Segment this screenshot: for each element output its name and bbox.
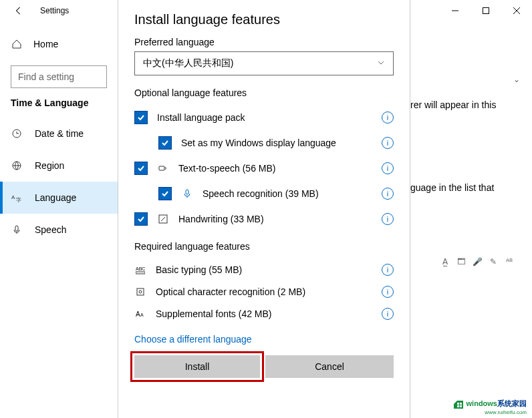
microphone-icon bbox=[181, 189, 193, 198]
info-icon[interactable]: i bbox=[382, 188, 394, 200]
nav-home-label: Home bbox=[33, 39, 58, 49]
svg-rect-18 bbox=[457, 405, 459, 407]
bg-icon: A̲ bbox=[440, 256, 450, 267]
required-basic-typing: ABC Basic typing (55 MB) i bbox=[134, 258, 394, 280]
maximize-button[interactable] bbox=[471, 0, 501, 21]
bg-text-2: guage in the list that bbox=[410, 182, 524, 193]
feature-install-pack: Install language pack i bbox=[134, 105, 394, 130]
checkbox-handwriting[interactable] bbox=[134, 212, 148, 226]
svg-rect-16 bbox=[457, 403, 459, 405]
nav-label: Language bbox=[35, 192, 76, 203]
optional-features-header: Optional language features bbox=[134, 87, 394, 98]
feature-label: Speech recognition (39 MB) bbox=[203, 188, 372, 199]
home-icon bbox=[11, 39, 23, 49]
svg-rect-8 bbox=[186, 190, 188, 194]
svg-rect-12 bbox=[137, 288, 144, 295]
feature-label: Install language pack bbox=[157, 112, 372, 123]
checkbox-tts[interactable] bbox=[134, 162, 148, 175]
language-icon: A字 bbox=[11, 192, 23, 203]
window-controls bbox=[440, 0, 532, 21]
info-icon[interactable]: i bbox=[382, 137, 394, 149]
bg-feature-icons: A̲ 🗔 🎤 ✎ ᴬᴮ bbox=[440, 256, 515, 267]
checkbox-speech-rec[interactable] bbox=[158, 187, 172, 200]
info-icon[interactable]: i bbox=[382, 264, 394, 276]
svg-rect-19 bbox=[460, 405, 462, 407]
svg-rect-6 bbox=[15, 226, 18, 231]
nav-label: Date & time bbox=[35, 128, 84, 139]
choose-different-language-link[interactable]: Choose a different language bbox=[134, 334, 252, 345]
nav-date-time[interactable]: Date & time bbox=[0, 118, 118, 150]
svg-text:字: 字 bbox=[16, 197, 21, 203]
svg-text:A: A bbox=[140, 312, 144, 317]
svg-rect-17 bbox=[460, 403, 462, 405]
handwriting-icon bbox=[157, 214, 169, 224]
clock-icon bbox=[11, 128, 23, 139]
bg-icon: ᴬᴮ bbox=[504, 256, 515, 267]
install-highlight: Install bbox=[130, 351, 264, 382]
feature-handwriting: Handwriting (33 MB) i bbox=[134, 206, 394, 232]
bg-chevron-icon: ⌄ bbox=[513, 75, 520, 84]
nav-label: Speech bbox=[35, 224, 66, 235]
preferred-language-label: Preferred language bbox=[134, 37, 394, 47]
info-icon[interactable]: i bbox=[382, 308, 394, 320]
feature-label: Text-to-speech (56 MB) bbox=[178, 163, 372, 174]
svg-rect-1 bbox=[483, 8, 489, 14]
feature-display-language: Set as my Windows display language i bbox=[134, 130, 394, 156]
sidebar-section-title: Time & Language bbox=[0, 97, 118, 108]
feature-label: Optical character recognition (2 MB) bbox=[156, 286, 372, 297]
chevron-down-icon bbox=[377, 58, 385, 69]
svg-text:A: A bbox=[11, 194, 15, 200]
feature-label: Basic typing (55 MB) bbox=[156, 264, 372, 275]
required-fonts: AA Supplemental fonts (42 MB) i bbox=[134, 302, 394, 325]
checkbox-display-language[interactable] bbox=[158, 136, 172, 150]
watermark-text-1: windows bbox=[467, 399, 497, 407]
nav-home[interactable]: Home bbox=[0, 31, 118, 57]
sidebar: Home Find a setting Time & Language Date… bbox=[0, 21, 118, 418]
selected-language: 中文(中华人民共和国) bbox=[143, 57, 233, 69]
close-button[interactable] bbox=[501, 0, 532, 21]
info-icon[interactable]: i bbox=[382, 213, 394, 225]
svg-rect-11 bbox=[136, 272, 145, 274]
bg-icon: ✎ bbox=[488, 256, 499, 267]
search-placeholder: Find a setting bbox=[18, 71, 74, 82]
preferred-language-select[interactable]: 中文(中华人民共和国) bbox=[134, 51, 394, 75]
svg-text:A: A bbox=[136, 310, 140, 318]
tts-icon bbox=[157, 164, 169, 173]
feature-label: Supplemental fonts (42 MB) bbox=[156, 308, 372, 319]
dialog-buttons: Install Cancel bbox=[134, 355, 394, 378]
svg-text:ABC: ABC bbox=[136, 266, 145, 271]
feature-speech-recognition: Speech recognition (39 MB) i bbox=[134, 181, 394, 206]
watermark-url: www.ruiheifu.com bbox=[485, 409, 527, 415]
bg-icon: 🎤 bbox=[472, 256, 483, 267]
required-features-header: Required language features bbox=[134, 241, 394, 252]
svg-point-13 bbox=[139, 290, 142, 293]
install-language-dialog: Install language features Preferred lang… bbox=[118, 0, 410, 418]
ocr-icon bbox=[134, 287, 146, 296]
checkbox-install-pack[interactable] bbox=[134, 111, 148, 124]
nav-speech[interactable]: Speech bbox=[0, 214, 118, 246]
globe-icon bbox=[11, 160, 23, 171]
feature-label: Handwriting (33 MB) bbox=[178, 214, 372, 224]
feature-tts: Text-to-speech (56 MB) i bbox=[134, 156, 394, 181]
search-input[interactable]: Find a setting bbox=[11, 65, 107, 88]
window-title: Settings bbox=[40, 6, 69, 15]
nav-label: Region bbox=[35, 160, 64, 171]
required-ocr: Optical character recognition (2 MB) i bbox=[134, 280, 394, 302]
info-icon[interactable]: i bbox=[382, 162, 394, 174]
dialog-title: Install language features bbox=[134, 12, 394, 27]
minimize-button[interactable] bbox=[440, 0, 471, 21]
info-icon[interactable]: i bbox=[382, 286, 394, 298]
bg-icon: 🗔 bbox=[456, 256, 467, 267]
install-button[interactable]: Install bbox=[134, 355, 260, 378]
fonts-icon: AA bbox=[134, 309, 146, 319]
nav-region[interactable]: Region bbox=[0, 150, 118, 182]
back-button[interactable] bbox=[11, 3, 27, 19]
feature-label: Set as my Windows display language bbox=[181, 138, 372, 148]
watermark-text-2: 系统家园 bbox=[497, 399, 527, 407]
bg-text-1: rer will appear in this bbox=[410, 99, 524, 110]
watermark: windows系统家园 bbox=[453, 399, 527, 409]
svg-rect-7 bbox=[159, 166, 164, 170]
nav-language[interactable]: A字 Language bbox=[0, 182, 118, 214]
info-icon[interactable]: i bbox=[382, 112, 394, 124]
cancel-button[interactable]: Cancel bbox=[265, 355, 394, 378]
